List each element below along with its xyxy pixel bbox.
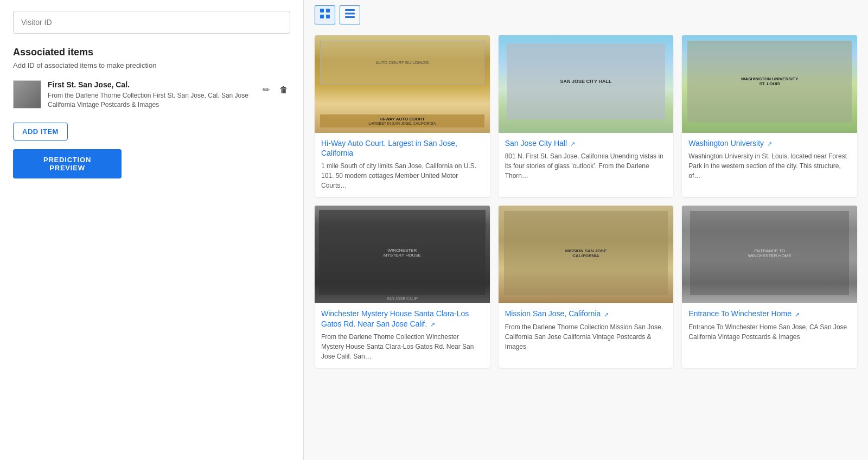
item-link-wu[interactable]: Washington University ↗ (688, 138, 851, 148)
external-link-icon-wm: ↗ (430, 321, 435, 328)
grid-item-wu: WASHINGTON UNIVERSITYST. LOUIS Washingto… (682, 35, 857, 197)
item-image-hwy: HI-WAY AUTO COURT LARGEST IN SAN JOSE, C… (315, 35, 490, 133)
add-item-button[interactable]: ADD ITEM (13, 123, 68, 140)
associated-items-title: Associated items (13, 47, 290, 58)
external-link-icon-ew: ↗ (795, 311, 800, 318)
item-info: First St. San Jose, Cal. From the Darlen… (48, 80, 254, 110)
svg-rect-4 (345, 9, 355, 11)
item-desc-ms: From the Darlene Thorne Collection Missi… (505, 322, 667, 352)
item-thumbnail (13, 80, 41, 108)
grid-item-hwy: HI-WAY AUTO COURT LARGEST IN SAN JOSE, C… (315, 35, 490, 197)
item-image-wm: WINCHESTERMYSTERY HOUSE SAN JOSE CALIF. (315, 206, 490, 303)
associated-item-row: First St. San Jose, Cal. From the Darlen… (13, 80, 290, 110)
svg-rect-0 (320, 9, 324, 12)
item-content-hwy: Hi-Way Auto Court. Largest in San Jose, … (315, 133, 490, 197)
left-panel: Associated items Add ID of associated it… (0, 0, 304, 460)
item-name: First St. San Jose, Cal. (48, 80, 254, 89)
item-content-ms: Mission San Jose, California ↗ From the … (499, 303, 674, 357)
grid-item-wm: WINCHESTERMYSTERY HOUSE SAN JOSE CALIF. … (315, 206, 490, 367)
item-actions: ✏ 🗑 (260, 82, 290, 97)
associated-items-section: Associated items Add ID of associated it… (13, 47, 290, 110)
grid-icon (320, 8, 330, 19)
svg-rect-3 (326, 15, 330, 18)
item-image-ew: ENTRANCE TOWINCHESTER HOME (682, 206, 857, 303)
item-link-hwy[interactable]: Hi-Way Auto Court. Largest in San Jose, … (321, 138, 483, 158)
delete-item-button[interactable]: 🗑 (277, 83, 290, 97)
item-description: From the Darlene Thorne Collection First… (48, 91, 254, 110)
svg-rect-1 (326, 9, 330, 12)
visitor-id-input[interactable] (13, 11, 290, 34)
external-link-icon-ms: ↗ (604, 311, 609, 318)
view-toggle (315, 5, 857, 29)
results-grid: HI-WAY AUTO COURT LARGEST IN SAN JOSE, C… (315, 35, 857, 368)
item-desc-wu: Washington University in St. Louis, loca… (688, 151, 851, 181)
item-content-wm: Winchester Mystery House Santa Clara-Los… (315, 303, 490, 367)
thumbnail-image (14, 81, 41, 108)
edit-item-button[interactable]: ✏ (260, 82, 272, 97)
svg-rect-2 (320, 15, 324, 18)
item-desc-ew: Entrance To Winchester Home San Jose, CA… (688, 322, 851, 342)
list-view-button[interactable] (340, 5, 360, 24)
grid-item-ew: ENTRANCE TOWINCHESTER HOME Entrance To W… (682, 206, 857, 367)
grid-item-ms: MISSION SAN JOSECALIFORNIA Mission San J… (499, 206, 674, 367)
item-link-wm[interactable]: Winchester Mystery House Santa Clara-Los… (321, 309, 483, 328)
item-desc-hwy: 1 mile South of city limits San Jose, Ca… (321, 161, 483, 190)
svg-rect-5 (345, 13, 355, 15)
item-image-wu: WASHINGTON UNIVERSITYST. LOUIS (682, 35, 857, 133)
item-content-wu: Washington University ↗ Washington Unive… (682, 133, 857, 187)
prediction-preview-button[interactable]: PREDICTION PREVIEW (13, 149, 122, 178)
grid-item-sj: SAN JOSE CITY HALL San Jose City Hall ↗ … (499, 35, 674, 197)
list-icon (344, 8, 355, 19)
item-link-ew[interactable]: Entrance To Winchester Home ↗ (688, 309, 851, 318)
right-panel: HI-WAY AUTO COURT LARGEST IN SAN JOSE, C… (304, 0, 868, 460)
associated-items-subtitle: Add ID of associated items to make predi… (13, 61, 290, 69)
item-desc-wm: From the Darlene Thorne Collection Winch… (321, 332, 483, 361)
item-content-sj: San Jose City Hall ↗ 801 N. First St. Sa… (499, 133, 674, 187)
item-content-ew: Entrance To Winchester Home ↗ Entrance T… (682, 303, 857, 348)
item-image-sj: SAN JOSE CITY HALL (499, 35, 674, 133)
grid-view-button[interactable] (315, 5, 335, 24)
item-link-sj[interactable]: San Jose City Hall ↗ (505, 138, 667, 148)
item-image-ms: MISSION SAN JOSECALIFORNIA (499, 206, 674, 303)
external-link-icon-wu: ↗ (767, 140, 772, 148)
item-link-ms[interactable]: Mission San Jose, California ↗ (505, 309, 667, 318)
svg-rect-6 (345, 16, 355, 18)
item-desc-sj: 801 N. First St. San Jose, California Un… (505, 151, 667, 181)
external-link-icon-sj: ↗ (570, 140, 575, 148)
